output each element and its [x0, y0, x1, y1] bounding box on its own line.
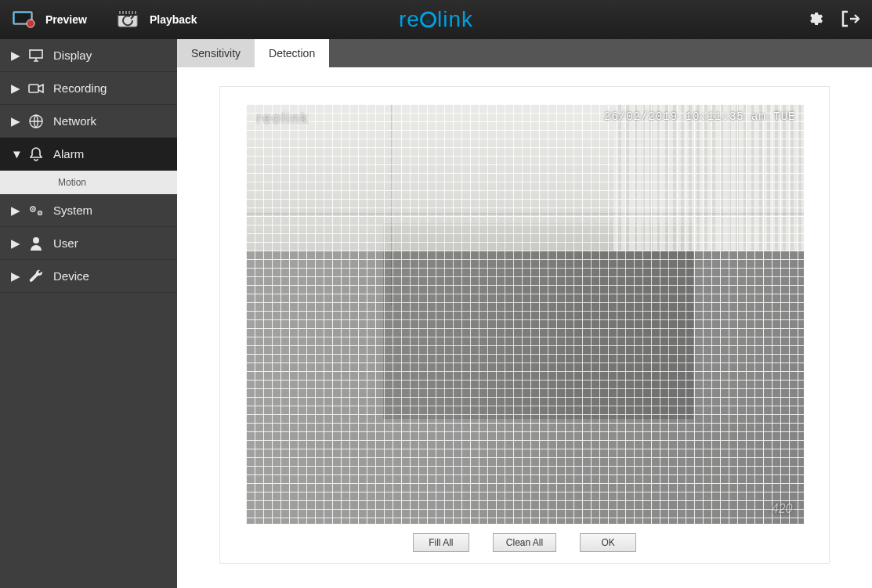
chevron-right-icon: ▶	[11, 269, 19, 283]
chevron-right-icon: ▶	[11, 81, 19, 96]
content-area: Sensitivity Detection	[177, 39, 872, 588]
monitor-icon	[28, 48, 44, 63]
sidebar-item-label: Recording	[53, 81, 107, 95]
tab-sensitivity[interactable]: Sensitivity	[177, 39, 255, 67]
svg-point-14	[33, 237, 39, 243]
svg-point-2	[27, 20, 34, 27]
nav-playback[interactable]: Playback	[117, 10, 197, 29]
tab-detection[interactable]: Detection	[255, 39, 329, 67]
wrench-icon	[28, 269, 44, 284]
sidebar-sub-motion[interactable]: Motion	[0, 171, 177, 194]
sidebar-item-label: Alarm	[53, 147, 84, 161]
svg-rect-4	[118, 11, 137, 16]
settings-icon[interactable]	[806, 10, 823, 30]
sidebar-item-label: System	[53, 204, 92, 217]
preview-icon	[13, 10, 36, 29]
detection-card: reolink 26/02/2019 10:11:35 am TUE 420 F…	[219, 86, 830, 564]
osd-watermark: reolink	[257, 110, 309, 127]
osd-timestamp: 26/02/2019 10:11:35 am TUE	[604, 110, 795, 123]
nav-preview[interactable]: Preview	[13, 10, 87, 29]
detection-zone-editor[interactable]: reolink 26/02/2019 10:11:35 am TUE 420	[246, 104, 804, 524]
logout-icon[interactable]	[841, 10, 859, 30]
bell-icon	[28, 146, 44, 162]
sidebar-item-label: Device	[53, 269, 89, 283]
nav-playback-label: Playback	[150, 13, 197, 26]
button-row: Fill All Clean All OK	[234, 533, 815, 552]
svg-point-6	[426, 19, 431, 23]
brand-logo: relink	[399, 7, 473, 32]
sidebar-item-display[interactable]: ▶ Display	[0, 39, 177, 72]
camera-icon	[28, 81, 44, 96]
globe-icon	[28, 114, 44, 129]
svg-point-11	[32, 208, 34, 210]
user-icon	[28, 236, 44, 251]
tab-label: Sensitivity	[191, 47, 241, 60]
ok-button[interactable]: OK	[580, 533, 636, 552]
chevron-right-icon: ▶	[11, 49, 19, 63]
gears-icon	[28, 203, 44, 218]
sidebar-item-system[interactable]: ▶ System	[0, 194, 177, 227]
sidebar-item-device[interactable]: ▶ Device	[0, 260, 177, 293]
sidebar-item-label: Network	[53, 114, 96, 128]
sidebar-item-alarm[interactable]: ▼ Alarm	[0, 138, 177, 171]
chevron-down-icon: ▼	[11, 147, 19, 161]
tab-label: Detection	[269, 47, 315, 60]
chevron-right-icon: ▶	[11, 204, 19, 218]
fill-all-button[interactable]: Fill All	[413, 533, 469, 552]
chevron-right-icon: ▶	[11, 236, 19, 251]
top-bar: Preview Playback relink	[0, 0, 872, 39]
playback-icon	[117, 10, 140, 29]
nav-preview-label: Preview	[45, 13, 87, 26]
sidebar-item-network[interactable]: ▶ Network	[0, 105, 177, 138]
sidebar-sub-label: Motion	[58, 177, 86, 188]
sidebar-item-label: Display	[53, 49, 92, 62]
sidebar-item-user[interactable]: ▶ User	[0, 227, 177, 260]
sidebar: ▶ Display ▶ Recording ▶ Network ▼	[0, 39, 177, 588]
sidebar-item-recording[interactable]: ▶ Recording	[0, 72, 177, 105]
svg-rect-7	[30, 50, 42, 58]
tab-bar: Sensitivity Detection	[177, 39, 872, 67]
sidebar-item-label: User	[53, 236, 78, 250]
svg-point-13	[39, 212, 41, 214]
clean-all-button[interactable]: Clean All	[493, 533, 556, 552]
svg-rect-8	[29, 85, 38, 92]
osd-bitrate: 420	[772, 502, 793, 516]
camera-scene	[246, 104, 804, 524]
chevron-right-icon: ▶	[11, 114, 19, 128]
